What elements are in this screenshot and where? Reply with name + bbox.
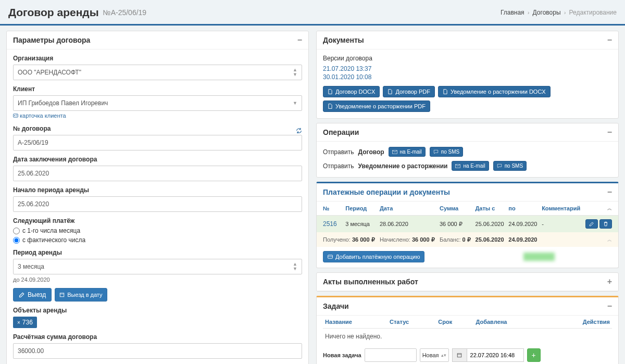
card-icon [328,254,333,259]
add-task-button[interactable]: + [527,348,541,362]
expand-icon[interactable]: + [607,278,612,286]
edit-payment-button[interactable] [585,219,598,229]
close-icon[interactable]: × [17,320,20,325]
panel-params: Параметры договора − Организация ООО "АР… [6,31,309,364]
org-select[interactable]: ООО "АРЕНДАСОФТ" ▲▼ [13,65,302,80]
refresh-icon[interactable] [296,126,302,134]
radio-first-day[interactable] [13,228,20,234]
tasks-empty: Ничего не найдено. [323,329,612,344]
breadcrumb-contracts[interactable]: Договоры [533,9,561,16]
page-header: Договор аренды №А-25/06/19 Главная › Дог… [0,0,625,26]
panel-params-title: Параметры договора [13,36,90,44]
panel-documents-title: Документы [323,36,364,44]
mail-icon [455,164,460,169]
col-from[interactable]: Даты с [473,202,507,216]
breadcrumb-current: Редактирование [569,9,617,16]
svg-rect-8 [328,255,333,258]
breadcrumb-home[interactable]: Главная [501,9,524,16]
breadcrumb: Главная › Договоры › Редактирование [501,9,617,16]
contract-date-label: Дата заключения договора [13,156,302,163]
contract-pdf-button[interactable]: Договор PDF [383,86,435,97]
new-task-input[interactable] [365,348,417,362]
collapse-icon[interactable]: − [297,36,302,44]
col-task-name[interactable]: Название [323,316,388,329]
trash-icon [603,221,608,227]
object-tag[interactable]: × 736 [13,317,37,328]
contract-docx-button[interactable]: Договор DOCX [323,86,380,97]
svg-rect-0 [14,114,18,117]
add-payment-button[interactable]: Добавить платёжную операцию [323,251,424,262]
col-task-due[interactable]: Срок [436,316,473,329]
payment-ops-table: № Период Дата Сумма Даты с по Комментари… [317,202,618,247]
col-date[interactable]: Дата [378,202,438,216]
termination-pdf-button[interactable]: Уведомление о расторжении PDF [323,101,430,112]
page-title: Договор аренды [8,6,99,19]
exit-date-button[interactable]: Выезд в дату [55,288,107,302]
new-task-date-input[interactable] [467,348,524,362]
card-icon [13,113,18,118]
radio-actual-day[interactable] [13,237,20,244]
collapse-icon[interactable]: − [607,36,612,44]
calc-sum-label: Расчётная сумма договора [13,333,302,341]
col-comment[interactable]: Комментарий [540,202,583,216]
panel-acts-title: Акты выполненных работ [323,278,418,286]
delete-payment-button[interactable] [599,219,612,229]
chevron-icon[interactable]: ︽ [607,237,612,242]
panel-operations-title: Операции [323,128,359,136]
calendar-icon [457,353,462,358]
col-task-added[interactable]: Добавлена [474,316,547,329]
termination-docx-button[interactable]: Уведомление о расторжении DOCX [438,86,551,97]
calc-sum-input[interactable] [13,343,302,359]
collapse-icon[interactable]: − [607,128,612,136]
contract-date-input[interactable] [13,166,302,181]
panel-tasks: Задачи − Название Статус Срок Добавлена … [316,296,619,364]
send-termination-sms-button[interactable]: по SMS [493,161,527,171]
summary-row: Получено: 36 000 ₽ Начислено: 36 000 ₽ Б… [317,232,618,247]
num-input[interactable] [13,135,302,150]
tasks-table: Название Статус Срок Добавлена Действия [323,316,612,329]
version-link[interactable]: 30.01.2020 10:08 [323,73,612,81]
file-icon [328,104,333,109]
new-task-status-select[interactable]: Новая ▴▾ [420,348,449,362]
send-termination-email-button[interactable]: на E-mail [452,161,489,171]
client-label: Клиент [13,85,302,93]
svg-point-1 [14,115,15,116]
col-period[interactable]: Период [343,202,378,216]
file-icon [388,89,393,94]
exit-button[interactable]: Выезд [13,288,52,302]
col-num[interactable]: № [317,202,343,216]
client-select[interactable]: ИП Грибоедов Павел Игоревич ▼ [13,95,302,111]
svg-rect-4 [60,293,65,297]
page-subtitle: №А-25/06/19 [103,8,147,17]
col-to[interactable]: по [506,202,540,216]
caret-icon: ▼ [293,101,297,106]
file-icon [443,89,448,94]
versions-title: Версии договора [323,55,612,62]
col-task-actions: Действия [547,316,612,329]
caret-icon: ▴▾ [441,353,446,358]
edit-icon [19,292,25,298]
objects-label: Объекты аренды [13,307,302,314]
next-pay-label: Следующий платёж [13,217,302,224]
send-contract-email-button[interactable]: на E-mail [389,147,426,157]
payment-id-link[interactable]: 2516 [323,220,337,228]
send-contract-sms-button[interactable]: по SMS [430,147,463,157]
file-icon [328,89,333,94]
mail-icon [392,149,397,155]
caret-icon: ▲▼ [293,262,297,271]
panel-payment-ops: Платежные операции и документы − № Перио… [316,182,619,268]
new-task-label: Новая задача [323,352,361,358]
chat-icon [497,164,502,169]
col-task-status[interactable]: Статус [388,316,436,329]
version-link[interactable]: 21.07.2020 13:37 [323,65,612,72]
start-date-label: Начало периода аренды [13,186,302,194]
start-date-input[interactable] [13,196,302,212]
period-select[interactable]: 3 месяца ▲▼ [13,259,302,274]
collapse-icon[interactable]: − [607,302,612,310]
chevron-icon[interactable]: ︽ [607,206,612,211]
caret-icon: ▲▼ [293,68,297,77]
client-card-link[interactable]: карточка клиента [13,112,66,119]
calendar-button[interactable] [452,348,467,362]
col-sum[interactable]: Сумма [438,202,473,216]
collapse-icon[interactable]: − [607,188,612,196]
